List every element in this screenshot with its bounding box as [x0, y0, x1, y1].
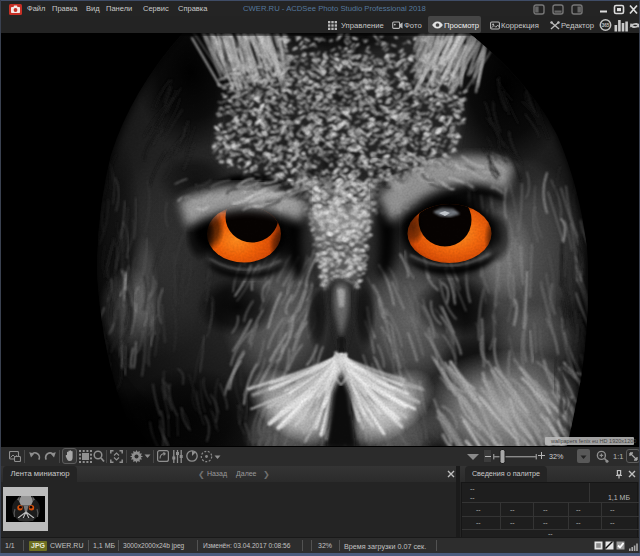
svg-text:365: 365: [602, 23, 610, 28]
svg-text:wallpapers fenix eu HD 1920x12: wallpapers fenix eu HD 1920x1200: [550, 438, 636, 444]
